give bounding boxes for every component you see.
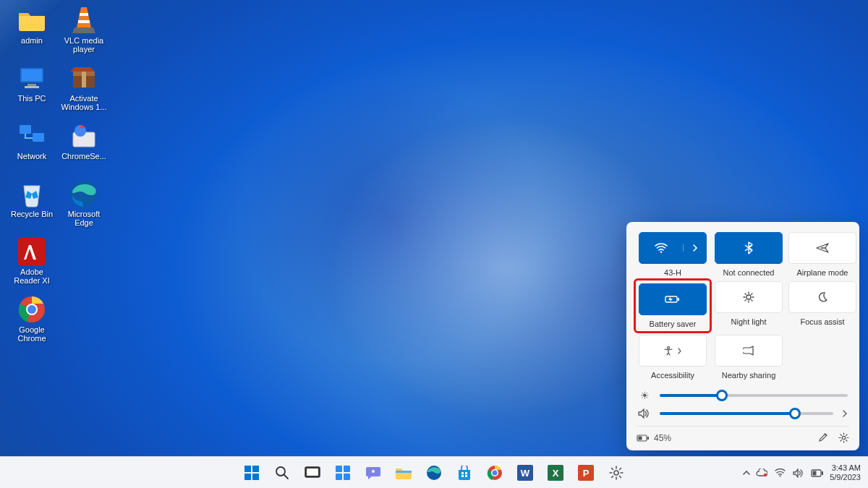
desktop-icon-recycle-bin[interactable]: Recycle Bin xyxy=(6,176,58,233)
accessibility-tile[interactable] xyxy=(639,335,707,367)
svg-rect-11 xyxy=(78,20,90,23)
brightness-slider[interactable] xyxy=(660,394,848,397)
svg-rect-14 xyxy=(82,72,86,87)
desktop-icon-this-pc[interactable]: This PC xyxy=(6,61,58,117)
desktop-icon-label: VLC media player xyxy=(58,36,110,53)
svg-rect-41 xyxy=(461,472,464,474)
svg-rect-10 xyxy=(80,13,88,16)
widgets-button[interactable] xyxy=(329,459,357,487)
qs-item-night-light: Night light xyxy=(715,281,783,330)
edit-button[interactable] xyxy=(818,432,828,443)
chrome-icon xyxy=(17,295,46,324)
tray-icons[interactable] xyxy=(756,468,824,478)
edge-button[interactable] xyxy=(420,459,448,487)
desktop-icons-column-1: admin This PC Network Recycle Bin Adobe … xyxy=(6,3,58,348)
desktop-icon-chrome-setup[interactable]: ChromeSe... xyxy=(58,119,110,175)
task-view-button[interactable] xyxy=(299,459,326,487)
settings-button[interactable] xyxy=(838,432,849,443)
svg-text:W: W xyxy=(521,468,530,479)
bluetooth-tile[interactable] xyxy=(715,232,783,264)
brightness-icon: ☀ xyxy=(638,390,651,401)
svg-rect-29 xyxy=(244,474,251,480)
desktop-icon-label: ChromeSe... xyxy=(60,152,108,160)
search-button[interactable] xyxy=(268,459,296,487)
desktop-icon-label: Activate Windows 1... xyxy=(58,94,110,111)
focus-assist-tile[interactable] xyxy=(788,281,856,313)
desktop-icon-adobe-reader[interactable]: Adobe Reader XI xyxy=(6,234,58,291)
battery-saver-tile[interactable] xyxy=(639,283,707,315)
desktop-icon-google-chrome[interactable]: Google Chrome xyxy=(6,292,58,348)
svg-rect-5 xyxy=(33,133,44,142)
qs-item-wifi: 43-H xyxy=(637,232,709,277)
svg-point-9 xyxy=(27,305,36,314)
desktop-icon-vlc[interactable]: VLC media player xyxy=(58,3,110,59)
desktop-icon-winrar[interactable]: Activate Windows 1... xyxy=(58,61,110,117)
desktop-icon-edge[interactable]: Microsoft Edge xyxy=(58,176,110,233)
svg-rect-3 xyxy=(25,86,39,88)
recycle-icon xyxy=(17,179,46,208)
chrome-button[interactable] xyxy=(481,459,509,487)
desktop-icon-label: Adobe Reader XI xyxy=(6,267,58,285)
folder-icon xyxy=(17,6,46,35)
svg-rect-58 xyxy=(822,471,823,475)
svg-rect-34 xyxy=(336,466,342,472)
clock[interactable]: 3:43 AM 5/9/2023 xyxy=(830,463,862,482)
desktop-icon-label: Network xyxy=(16,152,48,160)
svg-rect-33 xyxy=(307,468,318,476)
night-light-tile[interactable] xyxy=(715,281,783,313)
desktop-icon-label: Recycle Bin xyxy=(9,210,54,218)
desktop-icon-admin[interactable]: admin xyxy=(6,3,58,59)
airplane-tile[interactable] xyxy=(788,232,856,264)
moon-icon xyxy=(817,292,827,302)
battery-status[interactable]: 45% xyxy=(637,433,671,443)
store-button[interactable] xyxy=(451,459,478,487)
wifi-tray-icon xyxy=(775,468,786,477)
svg-point-54 xyxy=(614,471,618,475)
winrar-icon xyxy=(69,64,98,93)
svg-text:P: P xyxy=(583,468,590,479)
excel-button[interactable]: X xyxy=(542,459,569,487)
svg-rect-39 xyxy=(396,471,412,473)
brightness-slider-row: ☀ xyxy=(638,390,848,401)
powerpoint-button[interactable]: P xyxy=(572,459,600,487)
accessibility-icon xyxy=(663,346,682,356)
share-icon xyxy=(743,346,754,356)
volume-slider[interactable] xyxy=(660,412,833,415)
qs-item-focus-assist: Focus assist xyxy=(788,281,856,330)
tray-overflow-button[interactable] xyxy=(743,470,750,476)
start-button[interactable] xyxy=(238,459,265,487)
settings-button-taskbar[interactable] xyxy=(603,459,630,487)
wifi-expand-button[interactable] xyxy=(683,244,706,252)
svg-rect-37 xyxy=(344,474,350,480)
quick-settings-footer: 45% xyxy=(637,426,849,443)
word-button[interactable]: W xyxy=(511,459,539,487)
edge-icon xyxy=(69,179,98,208)
quick-settings-actions xyxy=(818,432,849,443)
explorer-button[interactable] xyxy=(390,459,417,487)
svg-point-26 xyxy=(842,436,845,439)
battery-icon xyxy=(637,434,650,442)
desktop-icon-label: Microsoft Edge xyxy=(58,210,110,227)
volume-tray-icon xyxy=(793,468,804,478)
volume-expand-button[interactable] xyxy=(842,410,848,417)
battery-saver-label: Battery saver xyxy=(650,320,697,328)
svg-rect-4 xyxy=(20,125,31,134)
battery-tray-icon xyxy=(811,469,824,477)
qs-item-accessibility: Accessibility xyxy=(637,335,709,380)
network-icon xyxy=(17,121,46,150)
chat-button[interactable] xyxy=(359,459,387,487)
quick-settings-grid: 43-H Not connected Airplane mode Battery… xyxy=(637,232,849,380)
desktop-icon-label: Google Chrome xyxy=(6,325,58,343)
nearby-sharing-tile[interactable] xyxy=(715,335,783,367)
wifi-tile[interactable] xyxy=(639,232,707,264)
svg-point-31 xyxy=(276,467,285,476)
bluetooth-icon xyxy=(744,241,753,254)
date-text: 5/9/2023 xyxy=(830,473,861,482)
accessibility-label: Accessibility xyxy=(651,371,694,380)
desktop-icon-label: This PC xyxy=(16,94,47,103)
desktop[interactable]: admin This PC Network Recycle Bin Adobe … xyxy=(0,0,868,488)
desktop-icon-network[interactable]: Network xyxy=(6,119,58,175)
svg-rect-24 xyxy=(647,437,649,440)
desktop-icons-column-2: VLC media player Activate Windows 1... C… xyxy=(58,3,110,233)
svg-point-38 xyxy=(372,470,375,473)
